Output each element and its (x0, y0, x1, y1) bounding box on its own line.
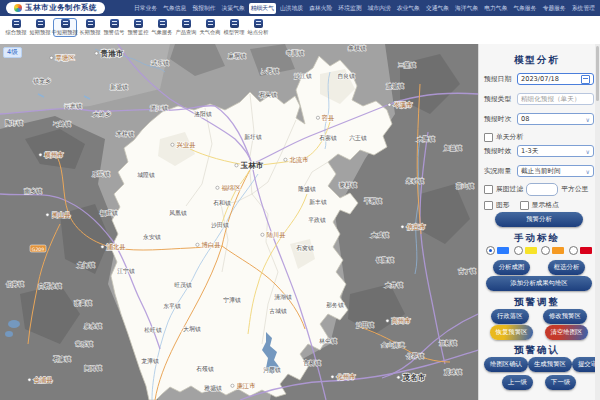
graph-checkbox[interactable] (484, 201, 493, 210)
tab-模型管理[interactable]: 模型管理 (223, 18, 245, 37)
map-label-高州市: 高州市 (391, 317, 410, 325)
top-menu: 日常业务气象信息预报制作决策气象精细天气山洪地质森林火险环境监测城市内涝农业气象… (132, 0, 597, 16)
color-radio[interactable] (486, 246, 495, 255)
map-label-洛阳镇: 洛阳镇 (194, 111, 212, 118)
grid-checkbox[interactable] (520, 201, 529, 210)
map-label-兴业县: 兴业县 (176, 141, 195, 149)
menu-item-森林火险[interactable]: 森林火险 (307, 3, 334, 14)
tab-中短期预报[interactable]: 中短期预报 (53, 18, 77, 37)
add-analysis-region-button[interactable]: 添加分析成果勾绘区 (486, 276, 592, 291)
document-icon (182, 19, 191, 28)
panel-scrollbar-thumb[interactable] (596, 46, 599, 101)
map-label-隆盛镇: 隆盛镇 (298, 185, 316, 193)
button-生成预警区[interactable]: 生成预警区 (528, 357, 572, 372)
color-swatch (497, 247, 509, 254)
chevron-down-icon: ∨ (586, 116, 590, 123)
map-label-雅塘镇: 雅塘镇 (203, 385, 222, 392)
panel-scrollbar[interactable] (595, 44, 600, 400)
map-label-福旺镇: 福旺镇 (100, 210, 118, 217)
forecast-date-label: 预报日期 (484, 74, 517, 84)
tab-气象服务[interactable]: 气象服务 (151, 18, 173, 37)
single-day-checkbox[interactable] (484, 133, 493, 142)
draw-color-option-2[interactable] (541, 246, 564, 255)
draw-color-option-1[interactable] (514, 246, 537, 255)
button-恢复预警区[interactable]: 恢复预警区 (490, 325, 534, 340)
menu-item-气象服务[interactable]: 气象服务 (511, 3, 538, 14)
forecast-range-select[interactable]: 1-3天 ∨ (517, 145, 594, 157)
color-radio[interactable] (569, 246, 578, 255)
map-label-旺茂镇: 旺茂镇 (174, 282, 192, 288)
forecast-date-input[interactable]: 2023/07/18 (517, 73, 594, 85)
map-canvas[interactable]: 贵港市玉林市茂名市覃塘区横州市兴业县容县岑溪市北流市福绵区陆川县博白县灵山县浦北… (0, 44, 478, 400)
document-icon (230, 19, 239, 28)
manual-draw-title: 手动标绘 (479, 232, 595, 245)
map-level-badge[interactable]: 4级 (3, 47, 22, 58)
tab-预警信号[interactable]: 预警信号 (103, 18, 125, 37)
forecast-type-label: 预报类型 (484, 94, 517, 104)
button-框选分析[interactable]: 框选分析 (548, 260, 586, 275)
map-label-闸口镇: 闸口镇 (84, 365, 102, 372)
menu-item-海洋气象[interactable]: 海洋气象 (453, 3, 480, 14)
tab-天气会商[interactable]: 天气会商 (199, 18, 221, 37)
menu-item-城市内涝[interactable]: 城市内涝 (366, 3, 393, 14)
menu-item-预报制作[interactable]: 预报制作 (190, 3, 217, 14)
forecast-date-value: 2023/07/18 (521, 75, 581, 83)
draw-color-radios (484, 246, 594, 255)
tab-短期预报[interactable]: 短期预报 (29, 18, 51, 37)
map-label-镇龙乡: 镇龙乡 (33, 78, 51, 84)
button-分析成图[interactable]: 分析成图 (493, 260, 531, 275)
tab-综合预报[interactable]: 综合预报 (5, 18, 27, 37)
map-label-大垌镇: 大垌镇 (183, 325, 201, 333)
button-下一级[interactable]: 下一级 (545, 375, 576, 390)
button-行政落区[interactable]: 行政落区 (491, 309, 529, 324)
city-marker-icon (95, 52, 98, 55)
tab-站点分析[interactable]: 站点分析 (247, 18, 269, 37)
draw-color-option-3[interactable] (569, 246, 592, 255)
warning-analyze-button[interactable]: 预警分析 (495, 212, 583, 227)
chevron-down-icon: ∨ (586, 168, 590, 175)
map-label-沙江镇: 沙江镇 (294, 73, 312, 80)
menu-item-环境监测[interactable]: 环境监测 (336, 3, 363, 14)
color-swatch (580, 247, 592, 254)
area-filter-input[interactable] (526, 183, 558, 196)
rain-obs-select[interactable]: 截止当前时间 ∨ (517, 165, 594, 177)
menu-item-决策气象[interactable]: 决策气象 (220, 3, 247, 14)
app-window: { "header": { "logo_title": "玉林市业务制作系统",… (0, 0, 600, 400)
color-radio[interactable] (541, 246, 550, 255)
city-marker-icon (388, 103, 391, 106)
city-marker-icon (284, 158, 287, 161)
menu-item-精细天气[interactable]: 精细天气 (249, 3, 276, 14)
menu-item-交通气象[interactable]: 交通气象 (424, 3, 451, 14)
menu-item-专题服务[interactable]: 专题服务 (541, 3, 568, 14)
button-修改预警区[interactable]: 修改预警区 (543, 309, 587, 324)
menu-item-山洪地质[interactable]: 山洪地质 (278, 3, 305, 14)
menu-item-日常业务[interactable]: 日常业务 (132, 3, 159, 14)
button-清空绘图区[interactable]: 清空绘图区 (545, 325, 589, 340)
menu-item-电力气象[interactable]: 电力气象 (482, 3, 509, 14)
draw-color-option-0[interactable] (486, 246, 509, 255)
calendar-icon[interactable] (581, 75, 590, 84)
menu-item-气象信息[interactable]: 气象信息 (161, 3, 188, 14)
map-label-自良镇: 自良镇 (337, 73, 355, 80)
map-label-三堡镇: 三堡镇 (398, 61, 416, 68)
map-label-容县: 容县 (322, 114, 335, 122)
area-filter-checkbox[interactable] (484, 185, 493, 194)
button-上一级[interactable]: 上一级 (502, 375, 533, 390)
tab-label: 预警监控 (128, 29, 149, 36)
tab-label: 预警信号 (104, 29, 125, 36)
tab-产品查询[interactable]: 产品查询 (175, 18, 197, 37)
tab-长期预报[interactable]: 长期预报 (79, 18, 101, 37)
map-label-凤凰镇: 凤凰镇 (169, 210, 187, 216)
forecast-hour-value: 08 (521, 115, 586, 123)
color-swatch (525, 247, 537, 254)
menu-item-系统管理[interactable]: 系统管理 (570, 3, 597, 14)
manual-draw-buttons: 分析成图框选分析 (484, 260, 594, 275)
menu-item-农业气象[interactable]: 农业气象 (395, 3, 422, 14)
map-label-镇隆镇: 镇隆镇 (376, 256, 394, 263)
forecast-range-value: 1-3天 (521, 147, 586, 156)
color-radio[interactable] (514, 246, 523, 255)
forecast-range-row: 预报时效 1-3天 ∨ (484, 144, 594, 158)
button-绘图区确认[interactable]: 绘图区确认 (484, 357, 528, 372)
tab-预警监控[interactable]: 预警监控 (127, 18, 149, 37)
forecast-hour-select[interactable]: 08 ∨ (517, 113, 594, 125)
